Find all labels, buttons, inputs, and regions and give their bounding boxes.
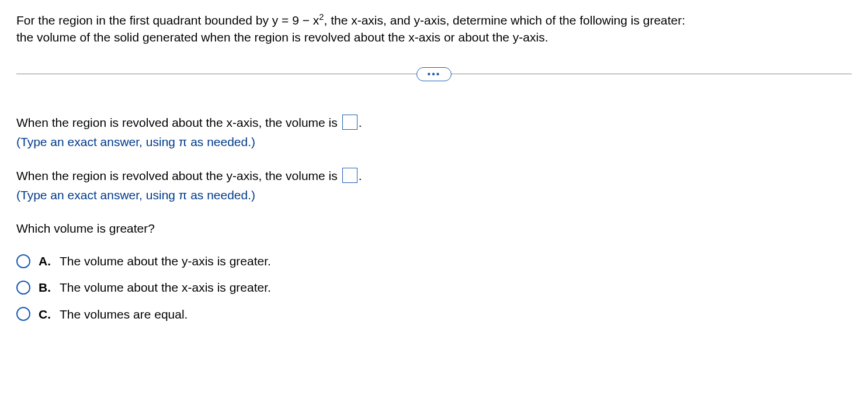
which-greater-question: Which volume is greater? — [16, 220, 852, 237]
question-line1-pre: For the region in the first quadrant bou… — [16, 13, 319, 27]
choice-b-row[interactable]: B. The volume about the x-axis is greate… — [16, 279, 852, 296]
divider-line-right — [452, 74, 852, 74]
choice-b-letter: B. — [39, 279, 53, 296]
part2-text-post: . — [359, 169, 362, 182]
expand-button[interactable]: ••• — [416, 67, 452, 81]
choice-a-text: The volume about the y-axis is greater. — [60, 253, 271, 269]
part2-hint: (Type an exact answer, using π as needed… — [16, 186, 852, 203]
question-exponent: 2 — [319, 12, 324, 22]
choice-c-letter: C. — [39, 306, 53, 323]
question-line2: the volume of the solid generated when t… — [16, 30, 548, 44]
choice-b-text: The volume about the x-axis is greater. — [60, 279, 271, 296]
question-line1-post: , the x-axis, and y-axis, determine whic… — [324, 13, 686, 27]
choice-c-radio[interactable] — [16, 307, 30, 321]
part1-answer-input[interactable] — [342, 115, 357, 130]
choice-a-radio[interactable] — [16, 254, 30, 268]
divider-line-left — [16, 74, 416, 74]
choice-b-radio[interactable] — [16, 281, 30, 295]
choice-c-row[interactable]: C. The volumes are equal. — [16, 306, 852, 323]
part1-prompt: When the region is revolved about the x-… — [16, 114, 852, 131]
section-divider: ••• — [16, 67, 852, 81]
part1-text-post: . — [359, 116, 362, 129]
choice-a-letter: A. — [39, 253, 53, 269]
choice-a-row[interactable]: A. The volume about the y-axis is greate… — [16, 253, 852, 269]
part1-hint: (Type an exact answer, using π as needed… — [16, 133, 852, 150]
question-statement: For the region in the first quadrant bou… — [16, 12, 852, 46]
part1-text-pre: When the region is revolved about the x-… — [16, 116, 341, 129]
part2-text-pre: When the region is revolved about the y-… — [16, 169, 341, 182]
choice-c-text: The volumes are equal. — [60, 306, 188, 323]
part2-answer-input[interactable] — [342, 168, 357, 183]
part2-prompt: When the region is revolved about the y-… — [16, 167, 852, 184]
